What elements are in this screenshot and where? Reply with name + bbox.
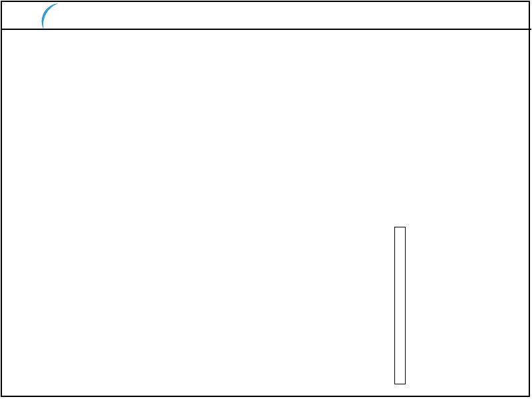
negative-doppler-legend [443,340,446,351]
positive-doppler-legend [444,261,448,272]
skymap-plot-canvas [0,0,532,399]
logo-crescent-icon [33,2,68,31]
skymap-window [0,0,532,399]
doppler-colorbar-gradient [394,227,406,384]
lowell-digisonde-logo [0,0,173,29]
header-separator [1,29,531,30]
